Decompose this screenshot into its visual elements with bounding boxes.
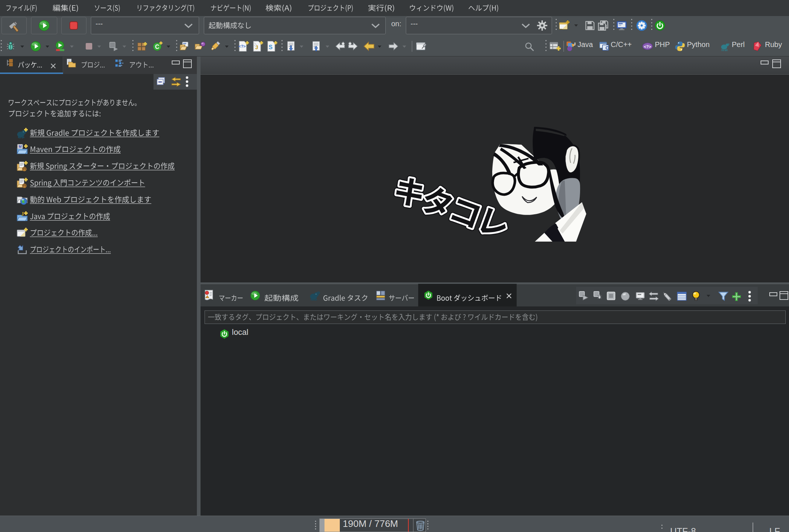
svg-text:C: C <box>606 46 609 51</box>
svg-text:J: J <box>574 41 576 47</box>
svg-text:J: J <box>21 211 24 217</box>
svg-text:C: C <box>155 44 159 50</box>
svg-text:<?>: <?> <box>644 44 651 49</box>
svg-text:J: J <box>255 44 258 50</box>
svg-text:M: M <box>18 144 22 149</box>
svg-text:<?>: <?> <box>238 44 246 48</box>
svg-text:S: S <box>269 44 273 50</box>
